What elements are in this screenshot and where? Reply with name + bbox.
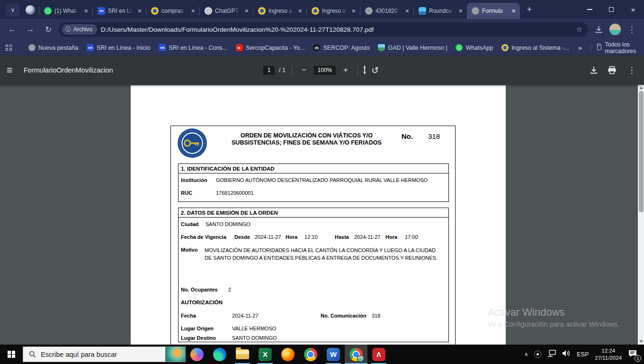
comunicacion-value: 318 (372, 313, 380, 318)
tab-formulario-active[interactable]: Formula × (467, 3, 520, 19)
start-button[interactable] (0, 345, 23, 364)
notification-center-button[interactable]: 1 (628, 349, 640, 360)
destino-label: Lugar Destino (181, 335, 232, 341)
pdf-more-button[interactable]: ⋮ (626, 65, 637, 75)
bookmark-sri-inicio[interactable]: SRISRI en Línea - Inicio (83, 43, 153, 53)
tab-whatsapp[interactable]: (1) What × (39, 3, 92, 19)
taskbar-app-acrobat[interactable]: Λ (367, 345, 390, 364)
close-icon[interactable]: × (83, 7, 89, 15)
tab-search-button[interactable]: ∨ (6, 3, 20, 17)
address-bar[interactable]: ⓘ Archivo D:/Users/Master/Downloads/Form… (59, 22, 588, 37)
close-icon[interactable]: × (350, 7, 357, 15)
ciudad-value: SANTO DOMINGO (206, 221, 250, 227)
zoom-out-button[interactable]: − (298, 65, 310, 75)
bookmark-sercop-agosto[interactable]: mSERCOP: Agosto (310, 43, 373, 53)
back-button[interactable]: ← (5, 22, 20, 37)
scrollbar-thumb[interactable] (639, 91, 644, 212)
network-button[interactable] (547, 350, 556, 359)
volume-button[interactable] (562, 350, 571, 359)
tab-title: Formula (482, 8, 508, 14)
close-icon[interactable]: × (404, 7, 411, 15)
taskbar-search-input[interactable]: Escribe aquí para buscar (23, 346, 186, 362)
taskbar-app-chrome-profile[interactable] (345, 345, 367, 364)
forward-button[interactable]: → (23, 22, 38, 37)
taskbar-app-firefox[interactable] (277, 345, 299, 364)
taskbar-app-edge[interactable] (208, 345, 231, 364)
search-highlight-image[interactable] (165, 347, 185, 362)
minimize-button[interactable] (579, 0, 600, 19)
tab-ingreso-1[interactable]: Ingreso a × (253, 3, 306, 19)
close-icon[interactable]: × (457, 7, 464, 15)
speaker-icon (562, 350, 571, 357)
pdf-download-button[interactable] (590, 66, 598, 74)
rotate-button[interactable]: ↺ (369, 65, 381, 76)
taskbar-app-copilot[interactable] (186, 345, 208, 364)
hora1-value: 12:10 (304, 234, 335, 240)
bookmark-sercopcapacita[interactable]: ▶SercopCapacita - Yo... (233, 43, 308, 53)
taskbar-app-word[interactable]: W (322, 345, 345, 364)
taskbar-app-excel[interactable]: X (254, 345, 277, 364)
scroll-up-icon[interactable] (639, 87, 643, 89)
pdf-scrollbar[interactable] (638, 85, 644, 345)
origen-label: Lugar Origen (181, 326, 232, 331)
all-bookmarks[interactable]: Todos los marcadores (588, 41, 639, 55)
bookmark-nueva-pestana[interactable]: Nueva pestaña (25, 43, 81, 53)
forward-icon: → (27, 25, 35, 34)
reload-button[interactable]: ↻ (41, 22, 56, 37)
motivo-label: Motivo (181, 247, 205, 253)
new-tab-button[interactable]: + (523, 3, 536, 16)
bookmark-gad-valle-hermoso[interactable]: GAD | Valle Hermoso | (375, 43, 450, 53)
tray-expand-button[interactable]: ∧ (524, 351, 528, 357)
apps-grid-icon[interactable] (6, 45, 12, 51)
bookmark-sri-consultas[interactable]: SRISRI en Línea - Cons... (155, 43, 231, 53)
tray-status-icon[interactable] (534, 351, 541, 358)
motivo-value: MOVILIZACIÓN DE AUTORIDADES HACIA EL CAN… (205, 247, 444, 262)
scroll-down-icon[interactable] (639, 340, 643, 343)
close-icon[interactable]: × (510, 7, 517, 15)
restore-button[interactable] (600, 0, 622, 19)
pdf-viewer-area[interactable]: ORDEN DE MOVILIZACIÓN CON VIÁTICOS Y/O S… (0, 85, 644, 345)
file-scheme-chip[interactable]: ⓘ Archivo (62, 24, 97, 35)
bookmark-label: SERCOP: Agosto (323, 45, 369, 51)
taskbar-app-chrome[interactable] (299, 345, 322, 364)
plus-icon: + (527, 5, 532, 15)
pinned-tab[interactable] (26, 5, 35, 15)
pdf-print-button[interactable] (608, 66, 617, 74)
url-text[interactable]: D:/Users/Master/Downloads/FormularioOrde… (101, 26, 570, 33)
fit-page-button[interactable] (364, 66, 365, 74)
bookmark-ingreso-sistema[interactable]: Ingreso al Sistema -... (498, 43, 572, 53)
close-icon[interactable]: × (297, 7, 304, 15)
tab-chatgpt[interactable]: ChatGPT × (200, 3, 253, 19)
tab-sri[interactable]: SRI SRI en Lí × (93, 3, 146, 19)
page-number-input[interactable]: 1 (263, 66, 275, 75)
taskbar-app-explorer[interactable] (231, 345, 254, 364)
close-window-button[interactable]: × (622, 0, 644, 19)
bookmark-label: SRI en Línea - Inicio (97, 45, 150, 51)
profile-avatar[interactable] (609, 23, 621, 36)
bookmarks-overflow-button[interactable]: » (574, 44, 586, 52)
section-datos-emision: 2. DATOS DE EMISIÓN DE LA ORDEN Ciudad S… (178, 208, 449, 342)
zoom-level-input[interactable]: 100% (314, 66, 336, 75)
hora1-label: Hora (286, 234, 304, 240)
tab-compras[interactable]: compras × (146, 3, 199, 19)
bookmark-whatsapp[interactable]: WhatsApp (452, 43, 496, 53)
reload-icon: ↻ (45, 25, 52, 35)
tab-title: Roundcu (429, 8, 455, 14)
close-icon[interactable]: × (243, 7, 250, 15)
close-icon[interactable]: × (190, 7, 197, 15)
browser-menu-button[interactable]: ⋮ (624, 22, 639, 37)
close-icon[interactable]: × (136, 7, 143, 15)
origen-value: VALLE HERMOSO (232, 326, 276, 331)
tab-4301820[interactable]: 4301820 × (360, 3, 413, 19)
downloads-button[interactable] (591, 22, 606, 37)
pdf-menu-button[interactable]: ≡ (7, 64, 24, 76)
bookmark-star-button[interactable]: ☆ (573, 25, 585, 34)
tab-ingreso-2[interactable]: Ingreso a × (307, 3, 360, 19)
tab-roundcube[interactable]: Roundcu × (414, 3, 467, 19)
language-indicator[interactable]: ESP (577, 351, 589, 358)
zoom-in-button[interactable]: + (340, 65, 351, 75)
section2-body: Ciudad SANTO DOMINGO Fecha de Vigencia D… (178, 218, 449, 342)
taskbar-clock[interactable]: 12:24 27/11/2024 (595, 347, 622, 362)
ecuador-crest-icon (151, 7, 159, 15)
autorizacion-header: AUTORIZACIÓN (181, 300, 446, 305)
